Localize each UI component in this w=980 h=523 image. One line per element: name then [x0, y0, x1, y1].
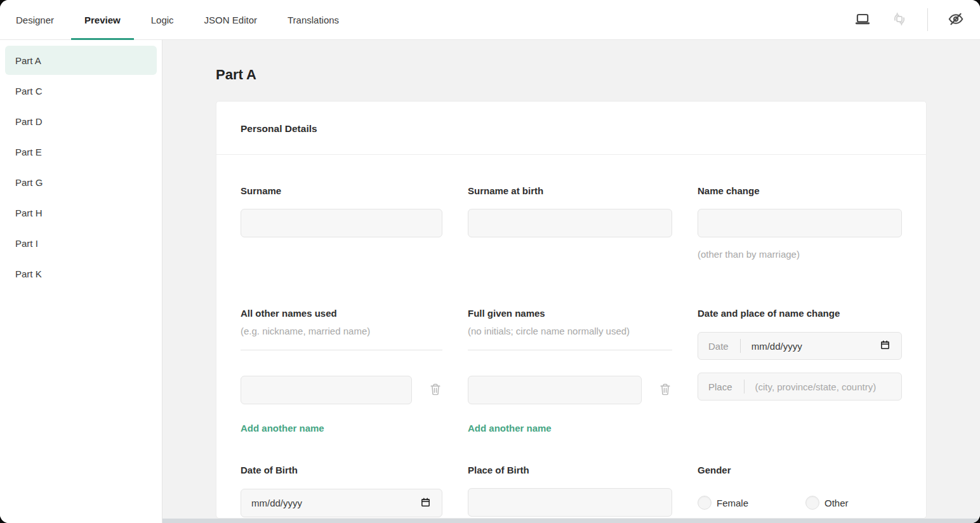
all-other-names-field: All other names used (e.g. nickname, mar…: [241, 307, 442, 435]
all-other-names-entry-row: [241, 376, 442, 404]
full-given-names-hint: (no initials; circle name normally used): [468, 325, 672, 338]
sidebar-item-part-c[interactable]: Part C: [5, 76, 157, 105]
full-given-names-input[interactable]: [468, 376, 642, 404]
toolbar-divider: [927, 8, 928, 31]
calendar-icon: [880, 340, 891, 352]
laptop-icon: [854, 11, 871, 29]
surname-input[interactable]: [241, 209, 442, 237]
place-of-birth-field: Place of Birth (city, province or state,…: [468, 464, 672, 519]
date-of-birth-value: mm/dd/yyyy: [251, 498, 302, 508]
page-title: Part A: [216, 65, 980, 84]
all-other-names-input[interactable]: [241, 376, 412, 404]
name-change-place-input[interactable]: Place (city, province/state, country): [698, 373, 902, 401]
date-prefix-label: Date: [708, 341, 729, 352]
name-change-label: Name change: [698, 185, 902, 197]
field-divider: [468, 350, 672, 350]
gender-field: Gender Female Other: [698, 464, 902, 519]
sync-button[interactable]: [891, 11, 908, 29]
sync-icon: [891, 11, 908, 29]
surname-field: Surname: [241, 185, 442, 237]
gender-option-female[interactable]: Female: [698, 496, 805, 510]
radio-icon[interactable]: [698, 496, 712, 510]
trash-icon: [428, 381, 442, 399]
sidebar-item-part-g[interactable]: Part G: [5, 168, 157, 197]
date-place-name-change-field: Date and place of name change Date mm/dd…: [698, 307, 902, 401]
sidebar-item-part-a[interactable]: Part A: [5, 46, 157, 75]
input-separator: [744, 380, 745, 394]
place-placeholder: (city, province/state, country): [755, 381, 877, 392]
remove-name-button[interactable]: [658, 383, 672, 398]
full-given-names-entry-row: [468, 376, 672, 404]
tab-json-editor[interactable]: JSON Editor: [191, 0, 270, 39]
toolbar-actions: [854, 0, 980, 39]
remove-name-button[interactable]: [428, 383, 442, 398]
add-another-name-link-2[interactable]: Add another name: [468, 422, 552, 435]
all-other-names-label: All other names used: [241, 307, 442, 320]
gender-option-label: Other: [824, 498, 849, 508]
surname-at-birth-field: Surname at birth: [468, 185, 672, 237]
add-another-name-link-1[interactable]: Add another name: [241, 422, 324, 435]
input-separator: [740, 339, 741, 353]
date-of-birth-input[interactable]: mm/dd/yyyy: [241, 489, 442, 517]
name-change-date-input[interactable]: Date mm/dd/yyyy: [698, 332, 902, 360]
form-row-1: Surname Surname at birth Name change (ot…: [241, 185, 901, 261]
app-window: Designer Preview Logic JSON Editor Trans…: [0, 0, 980, 523]
personal-details-panel: Personal Details Surname Surname at birt…: [216, 101, 927, 519]
date-place-name-change-label: Date and place of name change: [698, 307, 902, 320]
full-given-names-label: Full given names: [468, 307, 672, 320]
sidebar-item-part-d[interactable]: Part D: [5, 107, 157, 136]
tab-translations[interactable]: Translations: [274, 0, 352, 39]
place-prefix-label: Place: [708, 381, 732, 392]
gender-option-label: Female: [717, 498, 748, 508]
place-of-birth-input[interactable]: [468, 488, 672, 517]
sidebar-item-part-i[interactable]: Part I: [5, 228, 157, 258]
surname-at-birth-input[interactable]: [468, 209, 672, 237]
trash-icon: [658, 381, 672, 399]
hide-preview-button[interactable]: [947, 11, 965, 29]
sidebar-item-part-h[interactable]: Part H: [5, 198, 157, 227]
name-change-input[interactable]: [698, 209, 902, 237]
date-of-birth-field: Date of Birth mm/dd/yyyy: [241, 464, 442, 517]
name-change-hint: (other than by marriage): [698, 248, 902, 261]
surname-label: Surname: [241, 185, 442, 197]
content-cutoff-strip: [162, 519, 980, 523]
date-of-birth-label: Date of Birth: [241, 464, 442, 477]
form-row-2: All other names used (e.g. nickname, mar…: [241, 307, 901, 435]
date-value: mm/dd/yyyy: [752, 341, 802, 352]
parts-sidebar: Part A Part C Part D Part E Part G Part …: [0, 40, 162, 523]
tab-designer[interactable]: Designer: [3, 0, 67, 39]
eye-off-icon: [947, 10, 965, 30]
gender-options-row-1: Female Other: [698, 496, 902, 510]
calendar-picker-button[interactable]: [878, 340, 891, 352]
full-given-names-field: Full given names (no initials; circle na…: [468, 307, 672, 435]
place-of-birth-label: Place of Birth: [468, 464, 672, 477]
tab-preview[interactable]: Preview: [71, 0, 134, 39]
calendar-icon: [420, 497, 431, 510]
all-other-names-hint: (e.g. nickname, married name): [241, 325, 442, 338]
panel-title: Personal Details: [216, 102, 926, 155]
preview-pane: Part A Personal Details Surname Surname …: [162, 40, 980, 523]
field-divider: [241, 350, 442, 350]
sidebar-item-part-e[interactable]: Part E: [5, 137, 157, 166]
name-change-field: Name change (other than by marriage): [698, 185, 902, 261]
top-bar: Designer Preview Logic JSON Editor Trans…: [0, 0, 980, 40]
form-row-3: Date of Birth mm/dd/yyyy: [241, 464, 901, 519]
device-preview-button[interactable]: [854, 11, 871, 29]
tab-logic[interactable]: Logic: [138, 0, 187, 39]
radio-icon[interactable]: [805, 496, 819, 510]
tab-bar: Designer Preview Logic JSON Editor Trans…: [3, 0, 356, 39]
panel-body: Surname Surname at birth Name change (ot…: [216, 155, 926, 519]
gender-option-other[interactable]: Other: [805, 496, 849, 510]
sidebar-item-part-k[interactable]: Part K: [5, 259, 157, 288]
surname-at-birth-label: Surname at birth: [468, 185, 672, 197]
gender-label: Gender: [698, 464, 902, 477]
calendar-picker-button[interactable]: [419, 497, 432, 510]
